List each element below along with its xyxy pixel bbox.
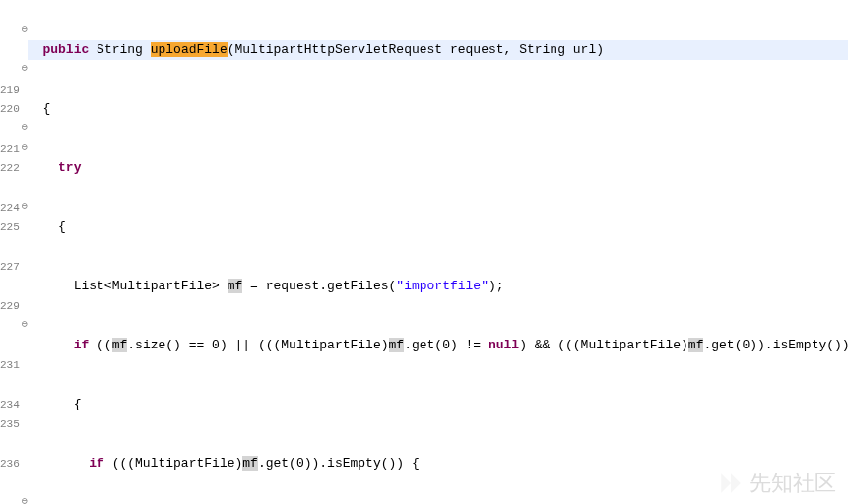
fold-icon: ⊖ [22,138,28,158]
code-area[interactable]: public String uploadFile(MultipartHttpSe… [28,0,848,504]
code-line[interactable]: if ((mf.size() == 0) || (((MultipartFile… [28,336,848,355]
fold-icon: ⊖ [22,315,28,335]
line-number-gutter: 219 220 221 222 224 225 227 229 231 234 … [0,0,22,504]
fold-icon: ⊖ [22,118,28,138]
fold-gutter[interactable]: ⊖ ⊖ ⊖ ⊖ ⊖ ⊖ ⊖ ⊖ [22,0,28,504]
code-line[interactable]: if (((MultipartFile)mf.get(0)).isEmpty()… [28,454,848,473]
code-line[interactable]: { [28,395,848,414]
fold-icon: ⊖ [22,20,28,39]
fold-icon [22,453,28,472]
code-line[interactable]: List<MultipartFile> mf = request.getFile… [28,277,848,296]
fold-icon: ⊖ [22,59,28,79]
fold-icon [22,39,28,59]
fold-icon [22,472,28,492]
code-line[interactable]: public String uploadFile(MultipartHttpSe… [28,40,848,60]
fold-icon [22,0,28,20]
code-editor[interactable]: 219 220 221 222 224 225 227 229 231 234 … [0,0,848,504]
fold-icon [22,354,28,374]
fold-icon [22,158,28,177]
code-line[interactable]: { [28,218,848,237]
fold-icon: ⊖ [22,492,28,504]
fold-icon [22,433,28,453]
fold-icon [22,98,28,118]
fold-icon [22,335,28,354]
fold-icon [22,413,28,433]
fold-icon [22,177,28,197]
fold-icon [22,295,28,315]
fold-icon [22,236,28,256]
code-line[interactable]: try [28,158,848,178]
fold-icon [22,217,28,236]
fold-icon [22,276,28,295]
fold-icon [22,394,28,413]
fold-icon: ⊖ [22,197,28,217]
fold-icon [22,79,28,98]
fold-icon [22,256,28,276]
code-line[interactable]: { [28,99,848,119]
method-name-highlight: uploadFile [151,42,228,57]
fold-icon [22,374,28,394]
